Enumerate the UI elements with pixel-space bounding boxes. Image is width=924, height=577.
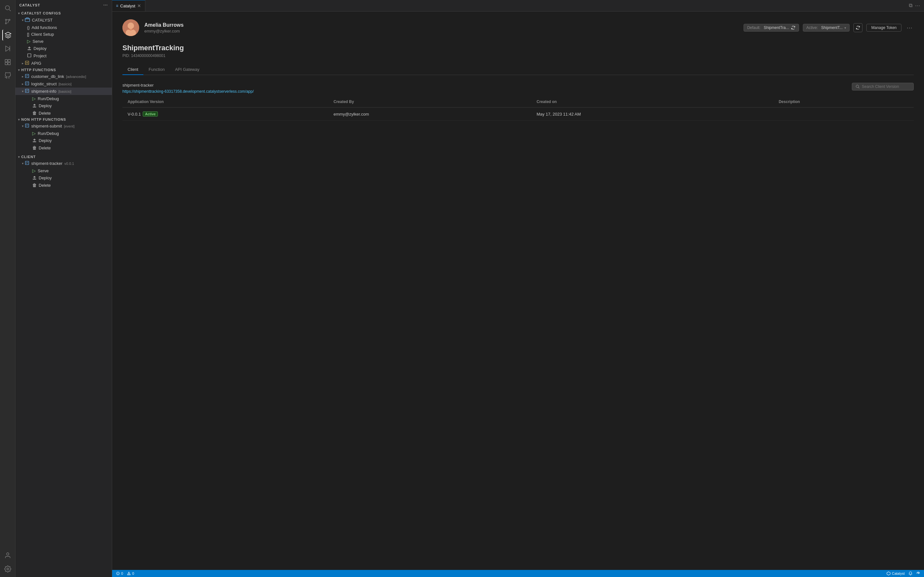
- sidebar-item-logistic-struct[interactable]: ▸ logistic_struct [basicio]: [16, 80, 112, 88]
- svg-rect-14: [28, 49, 31, 50]
- braces-icon: {}: [27, 26, 30, 30]
- tab-close-icon[interactable]: ✕: [137, 3, 141, 8]
- logistic-struct-label: logistic_struct: [31, 81, 57, 86]
- svg-point-11: [6, 553, 9, 555]
- deploy-root-label: Deploy: [34, 46, 47, 51]
- refresh-button[interactable]: [853, 23, 863, 32]
- tab-function[interactable]: Function: [143, 64, 170, 75]
- search-version-container[interactable]: [852, 83, 914, 90]
- client-icon: [25, 161, 29, 166]
- sidebar-item-apig[interactable]: ▸ APIG: [16, 60, 112, 67]
- sidebar-item-customer-db-link[interactable]: ▸ customer_db_link [advancedio]: [16, 73, 112, 80]
- svg-point-0: [5, 6, 9, 10]
- more-options-button[interactable]: ⋯: [905, 23, 914, 32]
- sidebar-item-delete-client[interactable]: 🗑 Delete: [16, 182, 112, 189]
- client-section-title: shipment-tracker: [123, 83, 254, 88]
- status-bell[interactable]: [908, 572, 913, 575]
- sidebar-item-run-debug-event[interactable]: ▷ Run/Debug: [16, 130, 112, 137]
- warning-icon: [127, 572, 131, 575]
- run-debug-icon: ▷: [32, 96, 36, 101]
- activity-bar-extensions[interactable]: [2, 56, 13, 68]
- more-actions-icon[interactable]: ⋯: [915, 3, 920, 9]
- sidebar-item-add-functions[interactable]: {} Add functions: [16, 24, 112, 31]
- activity-bar-run[interactable]: [2, 43, 13, 54]
- sidebar-item-shipment-tracker[interactable]: ▾ shipment-tracker v0.0.1 ⧉: [16, 160, 112, 167]
- tree-actions: ⧉: [106, 18, 109, 23]
- svg-point-12: [7, 568, 9, 570]
- profile-email: emmy@zylker.com: [144, 29, 184, 34]
- status-warnings[interactable]: 0: [127, 572, 134, 575]
- sidebar-item-serve-client[interactable]: ▷ Serve: [16, 167, 112, 174]
- sidebar-item-deploy-event[interactable]: Deploy: [16, 137, 112, 144]
- sidebar-item-client-setup[interactable]: [] Client Setup: [16, 31, 112, 38]
- function-icon: [25, 81, 29, 87]
- sidebar-header-actions: ⋯: [103, 3, 108, 8]
- section-client[interactable]: ▾ CLIENT: [16, 154, 112, 160]
- broadcast-icon: [916, 572, 920, 575]
- activity-bar-settings[interactable]: [2, 564, 13, 574]
- status-broadcast[interactable]: [916, 572, 920, 575]
- deploy-icon: [32, 138, 37, 143]
- serve-root-label: Serve: [32, 39, 44, 44]
- sidebar-item-shipment-info[interactable]: ▾ shipment-info [basicio] ⧉: [16, 88, 112, 95]
- tab-catalyst[interactable]: ≡ Catalyst ✕: [112, 0, 145, 11]
- shipment-tracker-sidebar-label: shipment-tracker: [31, 161, 63, 166]
- warning-count: 0: [132, 572, 134, 575]
- activity-bar-catalyst[interactable]: [2, 30, 13, 40]
- deploy-http-label: Deploy: [39, 103, 52, 108]
- client-section-label: CLIENT: [21, 155, 36, 159]
- activity-bar-git[interactable]: [2, 70, 13, 81]
- shipment-info-badge: [basicio]: [58, 90, 71, 93]
- sidebar-item-deploy-client[interactable]: Deploy: [16, 174, 112, 182]
- main-area: ≡ Catalyst ✕ ⧉ ⋯: [112, 0, 924, 577]
- manage-token-button[interactable]: Manage Token: [866, 24, 901, 32]
- client-section-url[interactable]: https://shipmenttracking-63317358.develo…: [123, 89, 254, 94]
- chevron-down-icon: ▾: [18, 68, 20, 72]
- sidebar-item-shipment-submit[interactable]: ▾ shipment-submit [event] ⧉: [16, 122, 112, 130]
- sidebar-item-delete-http[interactable]: 🗑 Delete: [16, 110, 112, 116]
- sidebar-item-project[interactable]: Project: [16, 52, 112, 60]
- default-env-selector[interactable]: Default: ShipmentTra...: [743, 24, 799, 32]
- section-http-functions[interactable]: ▾ HTTP FUNCTIONS: [16, 67, 112, 73]
- shipment-submit-badge: [event]: [64, 124, 74, 128]
- chevron-down-icon: ▾: [18, 11, 20, 15]
- profile-info: Amelia Burrows emmy@zylker.com: [144, 22, 184, 34]
- catalyst-status-label: Catalyst: [892, 572, 905, 575]
- tab-client[interactable]: Client: [123, 64, 143, 75]
- activity-bar-search[interactable]: [2, 3, 13, 13]
- shipment-info-label: shipment-info: [31, 89, 57, 94]
- profile-left: Amelia Burrows emmy@zylker.com: [123, 19, 184, 36]
- sidebar-item-deploy-http[interactable]: Deploy: [16, 102, 112, 110]
- chevron-down-icon: ▾: [18, 118, 20, 121]
- svg-point-2: [5, 19, 6, 21]
- sidebar-more-icon[interactable]: ⋯: [103, 3, 108, 8]
- col-header-description: Description: [774, 96, 914, 108]
- sidebar-item-serve-root[interactable]: ▷ Serve: [16, 38, 112, 45]
- split-editor-icon[interactable]: ⧉: [909, 3, 913, 9]
- status-errors[interactable]: 0: [116, 572, 123, 575]
- svg-line-1: [9, 9, 11, 11]
- sidebar-item-deploy-root[interactable]: Deploy: [16, 45, 112, 52]
- project-label: Project: [34, 53, 47, 58]
- serve-run-icon: ▷: [32, 168, 36, 173]
- svg-rect-20: [33, 106, 36, 107]
- section-catalyst-configs[interactable]: ▾ CATALYST CONFIGS: [16, 10, 112, 16]
- sidebar-item-delete-event[interactable]: 🗑 Delete: [16, 144, 112, 152]
- sidebar-content: ▾ CATALYST CONFIGS ▾ CATALYST ⧉ {} Add f…: [16, 10, 112, 577]
- section-non-http-functions[interactable]: ▾ NON HTTP FUNCTIONS: [16, 116, 112, 122]
- status-catalyst[interactable]: Catalyst: [887, 572, 905, 575]
- sidebar-item-catalyst-root[interactable]: ▾ CATALYST ⧉: [16, 16, 112, 24]
- activity-bar-account[interactable]: [2, 550, 13, 561]
- bell-icon: [908, 572, 913, 575]
- tab-api-gateway[interactable]: API Gateway: [170, 64, 205, 75]
- active-env-selector[interactable]: Active: ShipmentT... ▾: [803, 24, 850, 32]
- sync-icon: [791, 26, 795, 30]
- cell-description: [774, 108, 914, 121]
- client-header: shipment-tracker https://shipmenttrackin…: [123, 83, 914, 94]
- versions-table: Application Version Created By Created o…: [123, 96, 914, 121]
- profile-name: Amelia Burrows: [144, 22, 184, 28]
- chevron-down-icon: ▾: [22, 124, 24, 128]
- search-version-input[interactable]: [862, 84, 910, 89]
- sidebar-item-run-debug-http[interactable]: ▷ Run/Debug: [16, 95, 112, 102]
- activity-bar-source-control[interactable]: [2, 16, 13, 27]
